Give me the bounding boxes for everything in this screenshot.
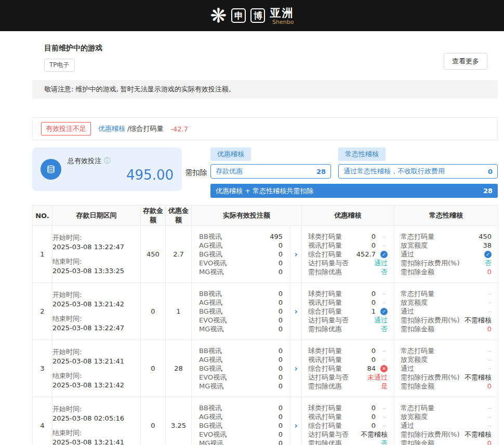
column-header: 优惠金额	[166, 206, 192, 226]
routine-audit-tab[interactable]: 常态性稽核	[338, 147, 386, 161]
date-label: 开始时间:	[52, 347, 140, 357]
total-valid-bet-value: 495.00	[68, 167, 174, 183]
detail-value: 0	[278, 241, 283, 250]
deposit-date-range: 开始时间:2025-03-08 13:21:42结束时间:2025-03-08 …	[52, 283, 141, 340]
detail-label: AG视讯	[199, 241, 222, 250]
detail-line: 球类打码量0–	[308, 289, 388, 298]
detail-line: 通过–	[401, 421, 492, 430]
detail-label: 综合打码量	[308, 307, 342, 316]
detail-label: 达打码量与否	[308, 430, 349, 439]
deduct-label: 需扣除	[182, 168, 210, 178]
detail-value: –	[488, 355, 492, 364]
detail-value: 通过	[374, 316, 388, 325]
logo-brand-en: Shenbo	[272, 19, 294, 25]
detail-line: AG视讯0	[199, 355, 283, 364]
page-content: 目前维护中的游戏 TP电子 查看更多 敬请注意: 维护中的游戏, 暂时无法显示游…	[32, 31, 498, 445]
detail-label: BG视讯	[199, 250, 222, 259]
dash-icon: –	[380, 232, 388, 241]
date-label: 开始时间:	[52, 404, 140, 414]
date-value: 2025-03-08 13:21:41	[52, 357, 140, 366]
routine-audit-field[interactable]: 通过常态性稽核，不收取行政费用 0	[338, 164, 498, 179]
detail-label: MG视讯	[199, 325, 223, 333]
check-icon: ✓	[484, 251, 492, 258]
routine-field-label: 通过常态性稽核，不收取行政费用	[343, 167, 445, 176]
detail-label: MG视讯	[199, 267, 223, 276]
detail-line: 需扣除金额0	[401, 439, 492, 445]
detail-value: –	[488, 421, 492, 430]
valid-bets-cell: BB视讯0AG视讯0BG视讯0EVO视讯0MG视讯0	[192, 340, 290, 397]
detail-value: 495	[270, 232, 283, 241]
detail-value: –	[488, 403, 492, 412]
detail-line: BB视讯0	[199, 289, 283, 298]
expand-arrow-icon[interactable]: ›	[290, 340, 302, 397]
detail-value: 0	[278, 267, 283, 276]
info-icon[interactable]: ⓘ	[104, 156, 111, 166]
detail-line: 综合打码量452.7✓	[308, 250, 388, 259]
detail-label: BG视讯	[199, 307, 222, 316]
valid-bets-cell: BB视讯0AG视讯0BG视讯0EVO视讯0MG视讯0	[192, 397, 290, 445]
detail-line: 需扣除优惠否	[308, 325, 388, 333]
maintenance-section: 目前维护中的游戏 TP电子 查看更多	[32, 31, 498, 77]
detail-value: 不需稽核	[465, 373, 492, 382]
detail-value: 0	[487, 325, 492, 333]
detail-line: 通过–	[401, 364, 492, 373]
promo-audit-column: 优惠稽核 存款优惠 28	[210, 147, 331, 179]
detail-value: 0	[487, 439, 492, 445]
detail-value: 0	[487, 267, 492, 276]
status-value: -42.7	[170, 125, 188, 133]
table-header-row: NO.存款日期区间存款金额优惠金额实际有效投注额优惠稽核常态性稽核	[33, 206, 498, 226]
promo-audit-field[interactable]: 存款优惠 28	[210, 164, 331, 179]
deposit-amount: 0	[141, 397, 166, 445]
promo-audit-link[interactable]: 优惠稽核	[98, 124, 125, 133]
detail-value: 未通过	[367, 373, 388, 382]
expand-arrow-icon[interactable]: ›	[290, 283, 302, 340]
detail-line: 需扣除行政费用(%)不需稽核	[401, 373, 492, 382]
column-header: 优惠稽核	[302, 206, 394, 226]
detail-line: 综合打码量84✕	[308, 364, 388, 373]
row-number: 4	[33, 397, 52, 445]
expand-arrow-icon[interactable]: ›	[290, 397, 302, 445]
detail-value: 0	[278, 355, 283, 364]
detail-value: 是	[381, 382, 388, 390]
dash-icon: –	[380, 241, 388, 250]
status-bar: 有效投注不足 优惠稽核 /综合打码量 -42.7	[32, 117, 498, 140]
expand-arrow-icon[interactable]: ›	[290, 226, 302, 283]
detail-line: 常态打码量–	[401, 346, 492, 355]
column-header: 存款金额	[141, 206, 166, 226]
detail-label: 常态打码量	[401, 289, 434, 298]
detail-label: 放宽额度	[401, 241, 428, 250]
date-value: 2025-03-08 02:05:16	[52, 414, 140, 423]
detail-line: 通过–	[401, 307, 492, 316]
detail-value: 450	[479, 232, 492, 241]
promo-audit-cell: 球类打码量0–视讯打码量0–综合打码量1✓达打码量与否通过需扣除优惠否	[302, 283, 394, 340]
detail-value: 0	[278, 250, 283, 259]
detail-label: 综合打码量	[308, 364, 342, 373]
promo-audit-tab[interactable]: 优惠稽核	[210, 147, 251, 161]
detail-value: 0	[372, 298, 376, 307]
detail-value: 否	[485, 259, 492, 267]
detail-value: 0	[372, 403, 376, 412]
detail-line: 需扣除优惠是	[308, 382, 388, 390]
detail-value: 0	[372, 289, 376, 298]
detail-line: 视讯打码量0–	[308, 412, 388, 421]
row-number: 1	[33, 226, 52, 283]
detail-line: BG视讯0	[199, 364, 283, 373]
detail-value: 0	[278, 346, 283, 355]
detail-line: EVO视讯0	[199, 259, 283, 267]
view-more-button[interactable]: 查看更多	[444, 53, 487, 70]
audit-table: NO.存款日期区间存款金额优惠金额实际有效投注额优惠稽核常态性稽核 1开始时间:…	[32, 205, 498, 445]
routine-audit-cell: 常态打码量–放宽额度–通过–需扣除行政费用(%)不需稽核需扣除金额0	[394, 283, 498, 340]
detail-value: 不需稽核	[465, 316, 492, 325]
bonus-amount: 1	[166, 283, 192, 340]
detail-line: 达打码量与否未通过	[308, 373, 388, 382]
detail-value: 0	[372, 346, 376, 355]
table-row: 2开始时间:2025-03-08 13:21:42结束时间:2025-03-08…	[33, 283, 498, 340]
detail-value: 0	[278, 298, 283, 307]
deposit-date-range: 开始时间:2025-03-08 02:05:16结束时间:2025-03-08 …	[52, 397, 141, 445]
detail-value: 0	[278, 307, 283, 316]
detail-label: BB视讯	[199, 232, 222, 241]
detail-line: 放宽额度38	[401, 241, 492, 250]
site-header: ❋ 申 博 亚洲 Shenbo	[0, 0, 504, 31]
detail-label: 视讯打码量	[308, 355, 342, 364]
deposit-amount: 450	[141, 226, 166, 283]
